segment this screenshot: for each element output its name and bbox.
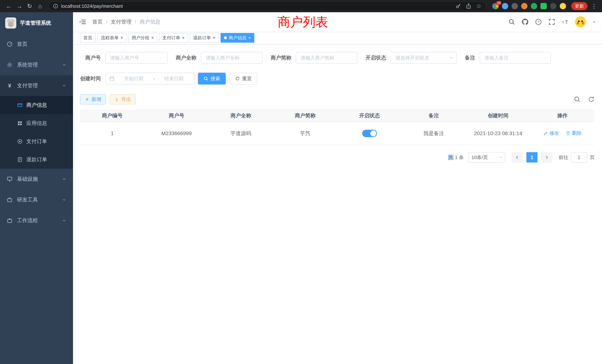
export-button[interactable]: 导出 xyxy=(110,94,136,105)
reset-button[interactable]: 重置 xyxy=(229,73,257,85)
prev-page-button[interactable] xyxy=(512,152,523,162)
tab-home[interactable]: 首页 xyxy=(80,33,96,43)
tab-user-group[interactable]: 用户分组× xyxy=(128,33,157,43)
field-short-name: 商户简称 xyxy=(271,52,357,64)
extension-dark-icon[interactable] xyxy=(550,3,556,9)
next-page-button[interactable] xyxy=(541,152,552,162)
refresh-icon[interactable] xyxy=(588,96,595,103)
search-button-label: 搜索 xyxy=(211,75,220,82)
info-icon[interactable] xyxy=(53,3,58,9)
remark-input[interactable] xyxy=(480,52,551,64)
github-icon[interactable] xyxy=(522,18,529,25)
status-select[interactable]: 请选择开启状态 xyxy=(391,52,457,64)
chrome-update-button[interactable]: 更新 xyxy=(571,2,588,10)
active-dot xyxy=(224,36,227,39)
sidebar-item-devtools[interactable]: 研发工具 xyxy=(0,189,73,210)
goto-page-input[interactable] xyxy=(571,152,587,162)
breadcrumb-item[interactable]: 支付管理 xyxy=(111,18,132,25)
close-icon[interactable]: × xyxy=(182,36,185,40)
field-label: 开启状态 xyxy=(366,54,386,61)
close-icon[interactable]: × xyxy=(248,36,251,40)
extension-yellow-icon[interactable] xyxy=(560,3,566,9)
total-count: 1 xyxy=(455,155,457,160)
user-avatar[interactable] xyxy=(575,16,586,27)
add-button-label: 新增 xyxy=(92,96,101,103)
address-bar[interactable]: localhost:1024/pay/merchant ☆ xyxy=(48,1,486,11)
extension-gray-icon[interactable] xyxy=(512,3,518,9)
gear-icon xyxy=(7,62,13,68)
page-size-select[interactable]: 10条/页 xyxy=(468,152,505,162)
tab-refund-order[interactable]: 退款订单× xyxy=(190,33,219,43)
full-name-input[interactable] xyxy=(201,52,262,64)
yen-icon: ¥ xyxy=(7,83,13,89)
help-icon[interactable]: ? xyxy=(535,18,542,25)
sidebar-item-merchant-info[interactable]: 商户信息 xyxy=(0,96,73,114)
app-logo[interactable]: 芋道管理系统 xyxy=(0,12,73,34)
reload-icon[interactable]: ↻ xyxy=(24,1,35,11)
chevron-down-icon xyxy=(449,56,453,60)
sidebar-item-refund-order[interactable]: 退款订单 xyxy=(0,150,73,169)
tab-pay-order[interactable]: 支付订单× xyxy=(159,33,188,43)
chevron-down-icon xyxy=(62,177,66,181)
back-icon[interactable]: ← xyxy=(4,1,14,11)
field-full-name: 商户全称 xyxy=(176,52,262,64)
sidebar-item-system[interactable]: 系统管理 xyxy=(0,54,73,75)
status-toggle[interactable] xyxy=(362,130,377,137)
share-icon[interactable] xyxy=(466,3,471,9)
font-size-icon[interactable]: TT xyxy=(562,18,569,25)
extension-green-circle-icon[interactable] xyxy=(531,3,537,9)
home-icon[interactable]: ⌂ xyxy=(35,1,45,11)
breadcrumb-item[interactable]: 首页 xyxy=(92,18,103,25)
page-unit-label: 页 xyxy=(590,154,595,161)
goto-label: 前往 xyxy=(559,154,568,161)
tab-process-form[interactable]: 流程表单× xyxy=(97,33,126,43)
extension-blue-icon[interactable] xyxy=(502,3,508,9)
bookmark-star-icon[interactable]: ☆ xyxy=(476,3,482,10)
close-icon[interactable]: × xyxy=(120,36,123,40)
tag-label: 退款订单 xyxy=(193,35,211,41)
hamburger-icon[interactable] xyxy=(79,18,86,26)
page-number-button[interactable]: 1 xyxy=(526,152,538,162)
extension-badge: 10 xyxy=(496,1,501,5)
sidebar-item-workflow[interactable]: 工作流程 xyxy=(0,210,73,231)
date-start-placeholder: 开始日期 xyxy=(117,75,151,82)
add-button[interactable]: 新增 xyxy=(80,94,106,105)
calendar-icon xyxy=(109,76,115,81)
sidebar-item-app-info[interactable]: 应用信息 xyxy=(0,114,73,132)
sidebar-item-pay[interactable]: ¥ 支付管理 xyxy=(0,75,73,96)
close-icon[interactable]: × xyxy=(151,36,154,40)
sidebar-submenu-pay: 商户信息 应用信息 支付订单 xyxy=(0,96,73,169)
forward-icon[interactable]: → xyxy=(14,1,24,11)
col-header: 操作 xyxy=(530,109,595,122)
browser-menu-icon[interactable]: ⋮ xyxy=(590,3,598,10)
search-button[interactable]: 搜索 xyxy=(198,73,226,85)
short-name-input[interactable] xyxy=(296,52,357,64)
key-icon[interactable] xyxy=(455,3,461,9)
sidebar: 芋道管理系统 首页 系统管理 ¥ 支付管理 xyxy=(0,12,73,364)
select-placeholder: 请选择开启状态 xyxy=(396,55,429,61)
tab-merchant-info[interactable]: 商户信息× xyxy=(221,33,254,43)
date-range-picker[interactable]: 开始日期 - 结束日期 xyxy=(105,73,195,85)
cell-actions: 修改 删除 xyxy=(530,122,595,145)
fullscreen-icon[interactable] xyxy=(548,18,555,25)
extension-colorwheel-icon[interactable]: 10 xyxy=(492,3,499,9)
edit-link[interactable]: 修改 xyxy=(543,130,559,136)
merchant-no-input[interactable] xyxy=(105,52,168,64)
toggle-search-icon[interactable] xyxy=(574,96,580,103)
monitor-icon xyxy=(7,176,13,182)
search-form-row1: 商户号 商户全称 商户简称 开启状态 请选择开启状态 xyxy=(80,52,595,64)
close-icon[interactable]: × xyxy=(213,36,215,40)
chevron-down-icon xyxy=(62,63,66,67)
search-form-row2: 创建时间 开始日期 - 结束日期 搜索 重置 xyxy=(80,73,595,85)
extension-green-square-icon[interactable] xyxy=(540,3,547,9)
delete-link[interactable]: 删除 xyxy=(566,130,582,136)
sidebar-item-pay-order[interactable]: 支付订单 xyxy=(0,132,73,150)
sidebar-item-infra[interactable]: 基础设施 xyxy=(0,169,73,189)
extension-orange-icon[interactable] xyxy=(521,3,527,9)
avatar-caret-icon[interactable] xyxy=(592,20,596,24)
briefcase-icon xyxy=(7,197,13,203)
grid-icon xyxy=(17,120,23,126)
sidebar-item-home[interactable]: 首页 xyxy=(0,34,73,54)
search-icon[interactable] xyxy=(508,18,515,25)
svg-text:T: T xyxy=(565,19,568,25)
